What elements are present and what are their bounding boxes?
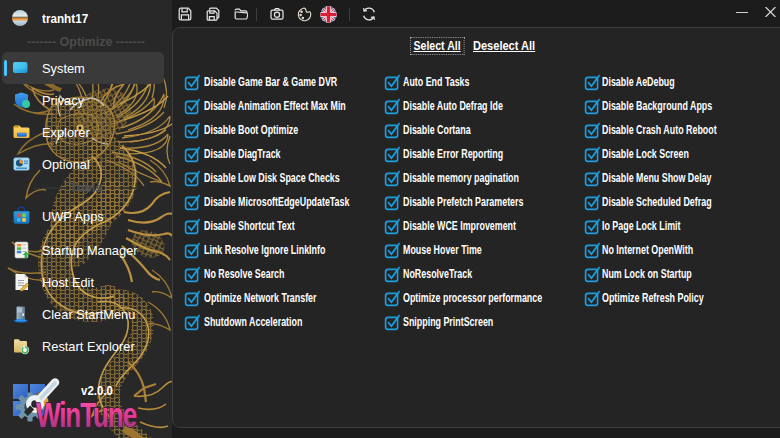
- svg-text:WinTune: WinTune: [36, 400, 137, 435]
